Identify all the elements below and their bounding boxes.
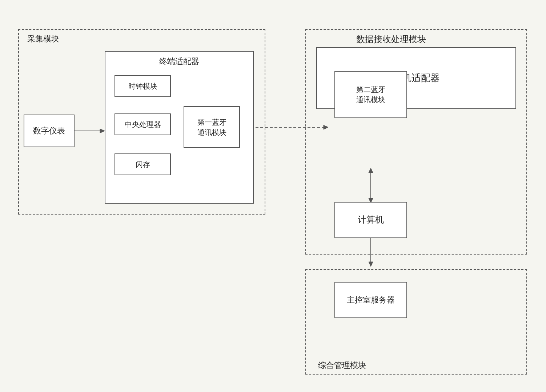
- bluetooth2-box: 第二蓝牙 通讯模块: [334, 71, 407, 118]
- diagram-container: 采集模块 数字仪表 终端适配器 时钟模块 中央处理器 闪存 第一蓝牙 通讯模块 …: [7, 7, 538, 385]
- cpu-box: 中央处理器: [115, 113, 171, 135]
- computer-box: 计算机: [334, 202, 407, 238]
- digital-meter-box: 数字仪表: [24, 115, 75, 147]
- collection-module-label: 采集模块: [27, 33, 59, 44]
- data-receive-module-label: 数据接收处理模块: [356, 33, 426, 45]
- server-box: 主控室服务器: [334, 282, 407, 318]
- terminal-adapter-label: 终端适配器: [105, 56, 253, 67]
- flash-box: 闪存: [115, 153, 171, 175]
- bluetooth1-box: 第一蓝牙 通讯模块: [184, 106, 240, 148]
- management-module-label: 综合管理模块: [318, 360, 366, 371]
- clock-module-box: 时钟模块: [115, 75, 171, 97]
- terminal-adapter-box: 终端适配器 时钟模块 中央处理器 闪存 第一蓝牙 通讯模块: [105, 51, 254, 204]
- svg-marker-9: [369, 262, 373, 267]
